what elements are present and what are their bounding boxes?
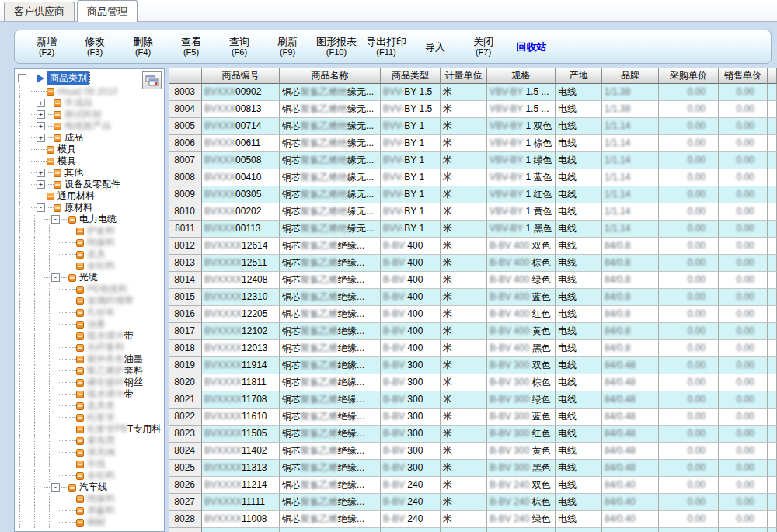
tree-item[interactable]: 阻水缓冲带 <box>15 330 164 342</box>
table-row[interactable]: 8026BVXXXX11214铜芯聚氯乙烯绝缘...B-BV 240米B-BV … <box>169 477 777 494</box>
toolbar-button-导出打印[interactable]: 导出打印(F11) <box>361 34 411 59</box>
tree-item[interactable]: 通用材料 <box>15 190 164 202</box>
toolbar-button-关闭[interactable]: 关闭(F7) <box>459 34 507 59</box>
tree-item[interactable]: 盘具 <box>15 249 164 260</box>
table-row[interactable]: 8024BVXXXX11402铜芯聚氯乙烯绝缘...B-BV 300米B-BV … <box>169 443 777 460</box>
tree-item[interactable]: 紧包层 <box>15 435 164 447</box>
column-header-spec[interactable]: 规格 <box>487 68 556 84</box>
tree-item[interactable]: 屏蔽料 <box>15 505 164 516</box>
table-row[interactable]: 8004BVXXX00813铜芯聚氯乙烯绝缘无...BVV-BY 1.5米VBV… <box>169 101 777 118</box>
tree-layout-button[interactable] <box>142 71 162 89</box>
tree-item[interactable]: 吊线 <box>15 458 164 470</box>
toolbar-button-新增[interactable]: 新增(F2) <box>23 34 71 59</box>
tree-item[interactable]: -电力电缆 <box>15 214 164 225</box>
tree-item[interactable]: 聚乙烯护套料 <box>15 365 164 377</box>
tree-item[interactable]: 填充绳 <box>15 447 164 458</box>
tree-item[interactable]: +其他 <box>15 167 164 179</box>
tree-item[interactable]: 松套管PBT专用料 <box>15 423 164 435</box>
expand-icon[interactable]: + <box>37 99 45 107</box>
table-row[interactable]: 8017BVXXXX12102铜芯聚氯乙烯绝缘...B-BV 400米B-BV … <box>169 323 777 340</box>
tree-item[interactable]: 盘具类 <box>15 400 164 412</box>
column-header-product-code[interactable]: 商品编号 <box>202 68 280 84</box>
expand-icon[interactable]: + <box>37 110 45 119</box>
column-header-product-type[interactable]: 商品类型 <box>381 68 441 84</box>
table-row[interactable]: 8011BVXXX00113铜芯聚氯乙烯绝缘无...BVV-BY 1米VBV-B… <box>169 221 777 238</box>
table-row[interactable]: 8015BVXXXX12310铜芯聚氯乙烯绝缘...B-BV 400米B-BV … <box>169 289 777 306</box>
tree-item[interactable]: 扎纱布 <box>15 307 164 318</box>
tree-item[interactable]: +设备及零配件 <box>15 179 164 190</box>
collapse-icon[interactable]: - <box>51 215 60 224</box>
tree-item-label[interactable]: 全铝料 <box>87 469 115 482</box>
table-row[interactable]: 8010BVXXX00202铜芯聚氯乙烯绝缘无...BVV-BY 1米VBV-B… <box>169 203 777 221</box>
expand-icon[interactable]: + <box>37 169 45 177</box>
tree-item[interactable]: +半成品 <box>15 97 164 109</box>
expand-icon[interactable]: + <box>37 180 45 189</box>
toolbar-button-修改[interactable]: 修改(F3) <box>71 34 119 59</box>
column-header-purchase-price[interactable]: 采购单价 <box>659 68 719 84</box>
collapse-icon[interactable]: - <box>37 203 45 212</box>
tree-item[interactable]: +成品 <box>15 132 164 144</box>
tree-item[interactable]: 油膏 <box>15 318 164 330</box>
column-header-row-number[interactable] <box>169 68 202 84</box>
toolbar-button-查看[interactable]: 查看(F5) <box>167 34 215 59</box>
tree-item[interactable]: 玻璃纤维带 <box>15 295 164 307</box>
tree-item-label[interactable]: 电缆附产品 <box>64 120 111 133</box>
table-row[interactable]: 8014BVXXXX12408铜芯聚氯乙烯绝缘...B-BV 400米B-BV … <box>169 272 777 289</box>
column-header-origin[interactable]: 产地 <box>556 68 602 84</box>
table-row[interactable]: 8018BVXXXX12013铜芯聚氯乙烯绝缘...B-BV 400米B-BV … <box>169 340 777 357</box>
table-row[interactable]: 8022BVXXXX11610铜芯聚氯乙烯绝缘...B-BV 300米B-BV … <box>169 409 777 426</box>
tree-item[interactable]: +电缆附产品 <box>15 120 164 132</box>
tree-item[interactable]: 全铝料 <box>15 260 164 272</box>
column-header-unit[interactable]: 计量单位 <box>441 68 487 84</box>
tree-item[interactable]: 护套料 <box>15 225 164 237</box>
recycle-bin-button[interactable]: 回收站 <box>507 40 556 54</box>
toolbar-button-图形报表[interactable]: 图形报表(F10) <box>312 34 361 59</box>
table-row[interactable]: 8003BVXXX00902铜芯聚氯乙烯绝缘无...BVV-BY 1.5米VBV… <box>169 84 777 101</box>
table-row[interactable]: 8019BVXXXX11914铜芯聚氯乙烯绝缘...B-BV 300米B-BV … <box>169 357 777 374</box>
tree-item[interactable]: 模具 <box>15 144 164 155</box>
tree-item[interactable]: -光缆 <box>15 272 164 283</box>
table-row[interactable]: 8020BVXXXX11811铜芯聚氯乙烯绝缘...B-BV 300米B-BV … <box>169 374 777 391</box>
column-header-overflow[interactable] <box>768 68 777 84</box>
tree-root-collapse-icon[interactable]: - <box>18 74 26 82</box>
tree-item[interactable]: 铜材 <box>15 516 164 528</box>
collapse-icon[interactable]: - <box>51 483 60 492</box>
tree-item[interactable]: -原材料 <box>15 202 164 214</box>
tree-item[interactable]: -汽车线 <box>15 482 164 493</box>
tree-item[interactable]: 模具 <box>15 155 164 167</box>
table-row[interactable]: 8016BVXXXX12205铜芯聚氯乙烯绝缘...B-BV 400米B-BV … <box>169 306 777 323</box>
tree-item-label[interactable]: 铜材 <box>87 516 106 529</box>
tree-item[interactable]: +测试耗材 <box>15 109 164 120</box>
tab-product-management[interactable]: 商品管理 <box>77 0 138 22</box>
table-row[interactable]: 8021BVXXXX11708铜芯聚氯乙烯绝缘...B-BV 300米B-BV … <box>169 391 777 409</box>
toolbar-button-刷新[interactable]: 刷新(F9) <box>263 34 312 59</box>
table-row[interactable]: 8008BVXXX00410铜芯聚氯乙烯绝缘无...BVV-BY 1米VBV-B… <box>169 169 777 186</box>
tree-item[interactable]: 松套管 <box>15 412 164 423</box>
collapse-icon[interactable]: - <box>51 273 60 282</box>
toolbar-button-删除[interactable]: 删除(F4) <box>119 34 167 59</box>
tab-customers-suppliers[interactable]: 客户供应商 <box>4 2 75 21</box>
tree-item[interactable]: 绝缘料 <box>15 493 164 505</box>
table-row[interactable]: 8006BVXXX00611铜芯聚氯乙烯绝缘无...BVV-BY 1米VBV-B… <box>169 135 777 152</box>
table-row[interactable]: 8028BVXXXX11008铜芯聚氯乙烯绝缘...B-BV 240米B-BV … <box>169 511 777 528</box>
table-row[interactable]: 8027BVXXXX11111铜芯聚氯乙烯绝缘...B-BV 240米B-BV … <box>169 494 777 511</box>
expand-icon[interactable]: + <box>37 134 45 142</box>
tree-item[interactable]: 全铝料 <box>15 470 164 482</box>
tree-item-label[interactable]: 全铝料 <box>87 259 115 273</box>
table-row[interactable]: 8007BVXXX00508铜芯聚氯乙烯绝缘无...BVV-BY 1米VBV-B… <box>169 152 777 169</box>
table-row[interactable]: 8005BVXXX00714铜芯聚氯乙烯绝缘无...BVV-BY 1米VBV-B… <box>169 118 777 135</box>
tree-item[interactable]: 紫外青色油墨 <box>15 353 164 365</box>
tree-root-label[interactable]: 商品类别 <box>47 71 89 85</box>
toolbar-button-导入[interactable]: 导入 <box>411 40 459 54</box>
toolbar-button-查询[interactable]: 查询(F6) <box>215 34 263 59</box>
tree-item[interactable]: 磷化镀锌钢丝 <box>15 377 164 388</box>
table-row[interactable]: 8009BVXXX00305铜芯聚氯乙烯绝缘无...BVV-BY 1米VBV-B… <box>169 186 777 203</box>
tree-item[interactable]: 绝缘料 <box>15 237 164 249</box>
tree-item[interactable]: 阻水缓冲带 <box>15 388 164 400</box>
column-header-product-name[interactable]: 商品名称 <box>280 68 381 84</box>
column-header-brand[interactable]: 品牌 <box>602 68 659 84</box>
tree-item-label[interactable]: Hisad 08 2010 <box>57 86 117 97</box>
expand-icon[interactable]: + <box>37 122 45 130</box>
column-header-sale-price[interactable]: 销售单价 <box>719 68 768 84</box>
table-row[interactable]: 8023BVXXXX11505铜芯聚氯乙烯绝缘...B-BV 300米B-BV … <box>169 426 777 443</box>
